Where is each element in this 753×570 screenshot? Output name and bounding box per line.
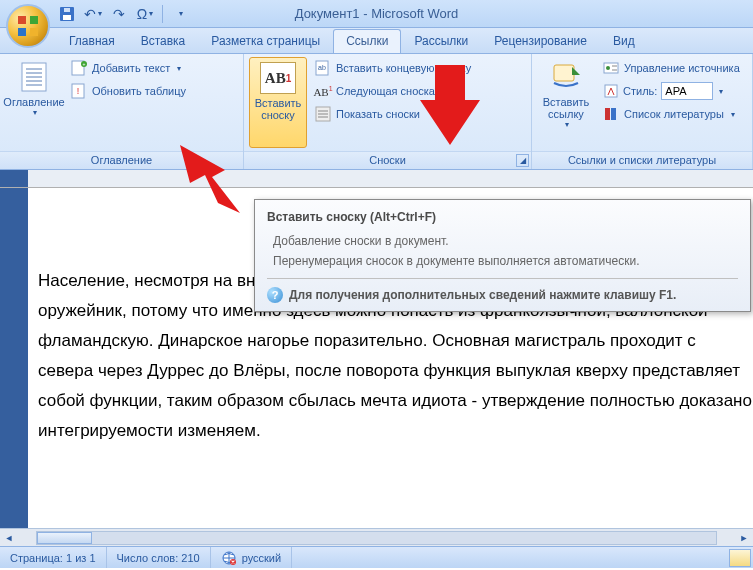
dialog-launcher-icon[interactable]: ◢ xyxy=(516,154,529,167)
save-icon[interactable] xyxy=(56,3,78,25)
insert-citation-button[interactable]: Вставить ссылку ▾ xyxy=(537,57,595,148)
view-print-layout-button[interactable] xyxy=(729,549,751,567)
ribbon: Оглавление ▾ + Добавить текст ▾ ! Обнови… xyxy=(0,54,753,170)
insert-footnote-label1: Вставить xyxy=(255,97,302,109)
update-icon: ! xyxy=(71,83,87,99)
citation-icon xyxy=(550,61,582,93)
show-footnotes-icon xyxy=(315,106,331,122)
chevron-down-icon: ▾ xyxy=(442,87,446,96)
show-footnotes-label: Показать сноски xyxy=(336,108,420,120)
group-footnotes-label: Сноски ◢ xyxy=(244,151,531,169)
bibliography-label: Список литературы xyxy=(624,108,724,120)
tooltip-line1: Добавление сноски в документ. xyxy=(267,234,738,248)
left-margin xyxy=(0,188,28,528)
next-footnote-button[interactable]: AB1 Следующая сноска ▾ xyxy=(311,80,475,102)
title-bar: ↶▾ ↷ Ω▾ ▾ Документ1 - Microsoft Word xyxy=(0,0,753,28)
status-bar: Страница: 1 из 1 Число слов: 210 русский xyxy=(0,546,753,568)
qat-separator xyxy=(162,5,163,23)
svg-point-26 xyxy=(606,66,610,70)
quick-access-toolbar: ↶▾ ↷ Ω▾ ▾ xyxy=(56,3,191,25)
svg-rect-31 xyxy=(611,108,616,120)
update-table-button[interactable]: ! Обновить таблицу xyxy=(67,80,190,102)
insert-citation-label2: ссылку xyxy=(548,108,584,120)
horizontal-scrollbar[interactable]: ◄ ► xyxy=(0,528,753,546)
language-icon xyxy=(221,550,237,566)
svg-rect-30 xyxy=(605,108,610,120)
tab-mailings[interactable]: Рассылки xyxy=(401,29,481,53)
next-footnote-icon: AB1 xyxy=(315,83,331,99)
tooltip-help-text: Для получения дополнительных сведений на… xyxy=(289,288,676,302)
add-text-label: Добавить текст xyxy=(92,62,170,74)
style-icon xyxy=(603,83,619,99)
svg-rect-2 xyxy=(18,28,26,36)
insert-footnote-button[interactable]: AB1 Вставить сноску xyxy=(249,57,307,148)
add-text-button[interactable]: + Добавить текст ▾ xyxy=(67,57,190,79)
insert-endnote-button[interactable]: ab Вставить концевую сноску xyxy=(311,57,475,79)
group-citations-label: Ссылки и списки литературы xyxy=(532,151,752,169)
undo-icon[interactable]: ↶▾ xyxy=(82,3,104,25)
bibliography-button[interactable]: Список литературы ▾ xyxy=(599,103,744,125)
scroll-left-icon[interactable]: ◄ xyxy=(0,530,18,546)
manage-sources-label: Управление источника xyxy=(624,62,740,74)
svg-rect-5 xyxy=(63,15,71,20)
redo-icon[interactable]: ↷ xyxy=(108,3,130,25)
toc-icon xyxy=(18,61,50,93)
insert-citation-label1: Вставить xyxy=(543,96,590,108)
qat-customize-icon[interactable]: ▾ xyxy=(169,3,191,25)
tab-view[interactable]: Вид xyxy=(600,29,648,53)
scroll-track[interactable] xyxy=(36,531,717,545)
svg-text:!: ! xyxy=(77,86,80,96)
scroll-right-icon[interactable]: ► xyxy=(735,530,753,546)
endnote-icon: ab xyxy=(315,60,331,76)
chevron-down-icon: ▾ xyxy=(177,64,181,73)
status-words[interactable]: Число слов: 210 xyxy=(107,547,211,568)
toc-button[interactable]: Оглавление ▾ xyxy=(5,57,63,148)
chevron-down-icon: ▾ xyxy=(565,120,569,129)
tooltip-line2: Перенумерация сносок в документе выполня… xyxy=(267,254,738,268)
omega-icon[interactable]: Ω▾ xyxy=(134,3,156,25)
tooltip-title: Вставить сноску (Alt+Ctrl+F) xyxy=(267,210,738,224)
add-text-icon: + xyxy=(71,60,87,76)
update-table-label: Обновить таблицу xyxy=(92,85,186,97)
status-language[interactable]: русский xyxy=(211,547,292,568)
scroll-thumb[interactable] xyxy=(37,532,92,544)
chevron-down-icon: ▾ xyxy=(33,108,37,117)
tab-insert[interactable]: Вставка xyxy=(128,29,199,53)
style-label: Стиль: xyxy=(623,85,657,97)
chevron-down-icon: ▾ xyxy=(731,110,735,119)
group-toc-label: Оглавление xyxy=(0,151,243,169)
horizontal-ruler[interactable] xyxy=(0,170,753,188)
insert-footnote-label2: сноску xyxy=(261,109,295,121)
status-page[interactable]: Страница: 1 из 1 xyxy=(0,547,107,568)
group-citations: Вставить ссылку ▾ Управление источника С… xyxy=(532,54,753,169)
svg-rect-3 xyxy=(30,28,38,36)
tab-home[interactable]: Главная xyxy=(56,29,128,53)
footnote-icon: AB1 xyxy=(260,62,296,94)
tab-layout[interactable]: Разметка страницы xyxy=(198,29,333,53)
toc-label: Оглавление xyxy=(3,96,64,108)
next-footnote-label: Следующая сноска xyxy=(336,85,435,97)
ribbon-tabs: Главная Вставка Разметка страницы Ссылки… xyxy=(0,28,753,54)
svg-text:+: + xyxy=(83,61,86,67)
style-select[interactable] xyxy=(661,82,713,100)
svg-rect-0 xyxy=(18,16,26,24)
show-footnotes-button[interactable]: Показать сноски xyxy=(311,103,475,125)
tab-references[interactable]: Ссылки xyxy=(333,29,401,53)
manage-sources-button[interactable]: Управление источника xyxy=(599,57,744,79)
insert-endnote-label: Вставить концевую сноску xyxy=(336,62,471,74)
svg-rect-1 xyxy=(30,16,38,24)
group-toc: Оглавление ▾ + Добавить текст ▾ ! Обнови… xyxy=(0,54,244,169)
tab-review[interactable]: Рецензирование xyxy=(481,29,600,53)
group-footnotes: AB1 Вставить сноску ab Вставить концевую… xyxy=(244,54,532,169)
citation-style-row: Стиль: ▾ xyxy=(599,80,744,102)
svg-text:ab: ab xyxy=(318,64,326,71)
window-title: Документ1 - Microsoft Word xyxy=(295,6,459,21)
tooltip-help-row: ? Для получения дополнительных сведений … xyxy=(267,278,738,303)
tooltip-insert-footnote: Вставить сноску (Alt+Ctrl+F) Добавление … xyxy=(254,199,751,312)
svg-rect-6 xyxy=(64,8,70,12)
svg-rect-24 xyxy=(554,65,574,81)
chevron-down-icon[interactable]: ▾ xyxy=(719,87,723,96)
office-button[interactable] xyxy=(6,4,50,48)
help-icon: ? xyxy=(267,287,283,303)
manage-sources-icon xyxy=(603,60,619,76)
